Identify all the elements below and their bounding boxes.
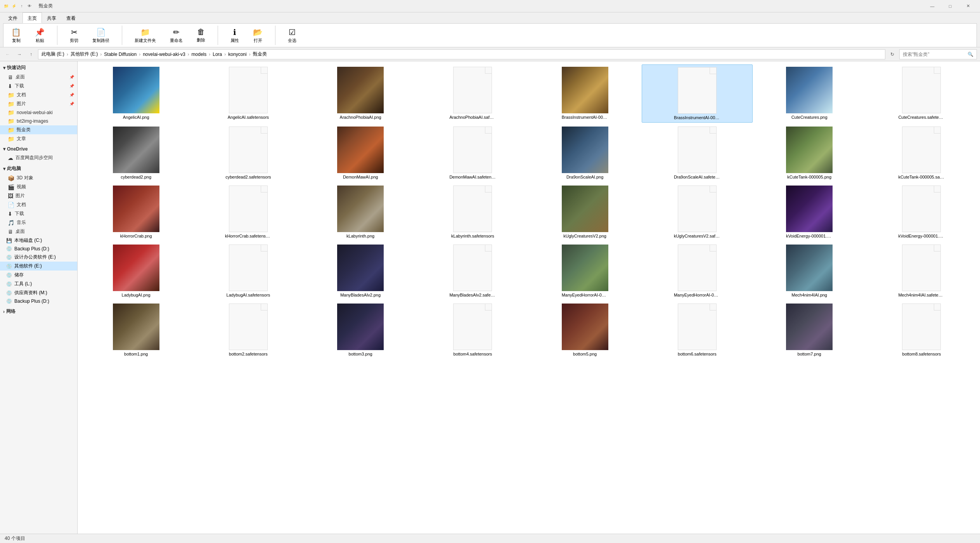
list-item[interactable]: kUglyCreaturesV2.safetensors (642, 183, 752, 241)
path-konyconi[interactable]: konyconi (228, 52, 246, 57)
path-current[interactable]: 甄金类 (253, 51, 267, 57)
sidebar-item-pictures2[interactable]: 🖼 图片 (0, 191, 77, 200)
close-button[interactable]: ✕ (959, 0, 977, 12)
minimize-button[interactable]: — (923, 0, 941, 12)
sidebar-item-drive-j[interactable]: 💿 储存 (0, 271, 77, 279)
list-item[interactable]: Dra9onScaleAI.png (530, 124, 640, 182)
list-item[interactable]: kCuteTank-000005.safetensors (866, 124, 977, 182)
list-item[interactable]: kUglyCreaturesV2.png (530, 183, 640, 241)
sidebar-quickaccess-header[interactable]: ▾ 快速访问 (0, 63, 77, 73)
sidebar-item-drive-l[interactable]: 💿 工具 (L:) (0, 279, 77, 288)
share-icon[interactable]: ↑ (19, 3, 25, 9)
list-item[interactable]: cyberdead2.png (81, 124, 191, 182)
delete-button[interactable]: 🗑 删除 (194, 26, 208, 45)
list-item[interactable]: kLabyrinth.safetensors (417, 183, 528, 241)
list-item[interactable]: bottom4.safetensors (417, 301, 528, 359)
list-item[interactable]: kHorrorCrab.safetensors (193, 183, 303, 241)
sidebar-thispc-header[interactable]: ▾ 此电脑 (0, 164, 77, 173)
list-item[interactable]: Mech4nim4IAI.png (754, 242, 865, 300)
properties-button[interactable]: ℹ 属性 (227, 26, 242, 45)
search-input[interactable] (903, 52, 968, 57)
list-item[interactable]: BrassInstrumentAI-000014.safetensors (642, 64, 752, 123)
list-item[interactable]: bottom5.png (530, 301, 640, 359)
path-other[interactable]: 其他软件 (E:) (71, 51, 98, 57)
rename-button[interactable]: ✏ 重命名 (167, 26, 186, 45)
list-item[interactable]: CuteCreatures.png (754, 64, 865, 123)
list-item[interactable]: kHorrorCrab.png (81, 183, 191, 241)
address-path[interactable]: 此电脑 (E:) › 其他软件 (E:) › Stable Diffusion … (38, 49, 885, 59)
sidebar-item-downloads2[interactable]: ⬇ 下载 (0, 209, 77, 218)
sidebar-item-drive-d[interactable]: 💿 Backup Plus (D:) (0, 245, 77, 253)
tab-home[interactable]: 主页 (23, 12, 42, 23)
list-item[interactable]: AngelicAI.png (81, 64, 191, 123)
up-button[interactable]: ↑ (26, 50, 36, 59)
back-button[interactable]: ← (3, 50, 12, 59)
list-item[interactable]: ManyBladesAIv2.png (305, 242, 416, 300)
sidebar-item-articles[interactable]: 📁 文章 (0, 134, 77, 143)
list-item[interactable]: ManyEyedHorrorAI-000011.png (530, 242, 640, 300)
list-item[interactable]: kLabyrinth.png (305, 183, 416, 241)
sidebar-item-videos[interactable]: 🎬 视频 (0, 182, 77, 191)
list-item[interactable]: ArachnoPhobiaAI.safetensors (417, 64, 528, 123)
refresh-button[interactable]: ↻ (888, 50, 897, 59)
list-item[interactable]: bottom2.safetensors (193, 301, 303, 359)
list-item[interactable]: DemonMawAI.safetensors (417, 124, 528, 182)
list-item[interactable]: bottom7.png (754, 301, 865, 359)
sidebar-item-pictures[interactable]: 📁 图片 📌 (0, 99, 77, 108)
sidebar-item-baidu[interactable]: ☁ 百度网盘同步空间 (0, 153, 77, 162)
list-item[interactable]: bottom3.png (305, 301, 416, 359)
list-item[interactable]: bottom8.safetensors (866, 301, 977, 359)
select-all-button[interactable]: ☑ 全选 (285, 26, 300, 45)
copy-path-button[interactable]: 📄 复制路径 (89, 26, 113, 45)
sidebar-item-3dobjects[interactable]: 📦 3D 对象 (0, 173, 77, 182)
sidebar-network-header[interactable]: › 网络 (0, 307, 77, 316)
list-item[interactable]: kVoidEnergy-000001.safetensors (866, 183, 977, 241)
sidebar-onedrive-header[interactable]: ▾ OneDrive (0, 145, 77, 153)
sidebar-item-drive-m[interactable]: 💿 供应商资料 (M:) (0, 288, 77, 297)
list-item[interactable]: bottom1.png (81, 301, 191, 359)
sidebar-item-documents2[interactable]: 📄 文档 (0, 200, 77, 209)
list-item[interactable]: DemonMawAI.png (305, 124, 416, 182)
sidebar-item-downloads[interactable]: ⬇ 下载 📌 (0, 82, 77, 90)
view-icon[interactable]: 👁 (26, 3, 33, 9)
sidebar-item-drive-e2[interactable]: 💿 其他软件 (E:) (0, 262, 77, 271)
search-box[interactable]: 🔍 (899, 49, 977, 59)
open-button[interactable]: 📂 打开 (250, 26, 266, 45)
list-item[interactable]: bottom6.safetensors (642, 301, 752, 359)
list-item[interactable]: AngelicAI.safetensors (193, 64, 303, 123)
list-item[interactable]: Mech4nim4IAI.safetensors (866, 242, 977, 300)
list-item[interactable]: LadybugAI.safetensors (193, 242, 303, 300)
quick-access-icon[interactable]: ⚡ (11, 3, 17, 9)
sidebar-item-desktop[interactable]: 🖥 桌面 📌 (0, 73, 77, 82)
tab-file[interactable]: 文件 (3, 12, 23, 23)
list-item[interactable]: LadybugAI.png (81, 242, 191, 300)
sidebar-item-novelai[interactable]: 📁 novelai-webui-aki (0, 108, 77, 117)
sidebar-item-drive-c[interactable]: 💾 本地磁盘 (C:) (0, 236, 77, 245)
list-item[interactable]: ArachnoPhobiaAI.png (305, 64, 416, 123)
list-item[interactable]: BrassInstrumentAI-000014.png (530, 64, 640, 123)
path-stable-diffusion[interactable]: Stable Diffusion (104, 52, 137, 57)
sidebar-item-desktop2[interactable]: 🖥 桌面 (0, 227, 77, 236)
sidebar-item-txt2img[interactable]: 📁 txt2img-images (0, 117, 77, 125)
new-folder-button[interactable]: 📁 新建文件夹 (132, 26, 159, 45)
list-item[interactable]: CuteCreatures.safetensors (866, 64, 977, 123)
paste-button[interactable]: 📌 粘贴 (32, 26, 48, 45)
list-item[interactable]: ManyEyedHorrorAI-000011.safetensors (642, 242, 752, 300)
tab-share[interactable]: 共享 (42, 12, 61, 23)
sidebar-item-music[interactable]: 🎵 音乐 (0, 218, 77, 227)
path-computer[interactable]: 此电脑 (E:) (42, 51, 64, 57)
maximize-button[interactable]: □ (941, 0, 959, 12)
list-item[interactable]: kCuteTank-000005.png (754, 124, 865, 182)
list-item[interactable]: kVoidEnergy-000001.png (754, 183, 865, 241)
list-item[interactable]: Dra9onScaleAI.safetensors (642, 124, 752, 182)
list-item[interactable]: cyberdead2.safetensors (193, 124, 303, 182)
path-novelai[interactable]: novelai-webui-aki-v3 (143, 52, 185, 57)
copy-button[interactable]: 📋 复制 (8, 26, 24, 45)
sidebar-item-documents[interactable]: 📁 文档 📌 (0, 90, 77, 99)
cut-button[interactable]: ✂ 剪切 (67, 26, 81, 45)
path-lora[interactable]: Lora (213, 52, 222, 57)
forward-button[interactable]: → (15, 50, 24, 59)
tab-view[interactable]: 查看 (61, 12, 81, 23)
sidebar-item-drive-d2[interactable]: 💿 Backup Plus (D:) (0, 297, 77, 305)
sidebar-item-zhenjin[interactable]: 📁 甄金类 (0, 125, 77, 134)
